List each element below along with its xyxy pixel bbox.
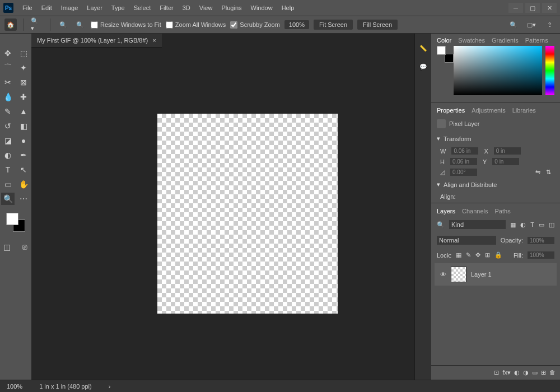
lasso-tool[interactable]: ⌒ [1, 62, 15, 74]
height-input[interactable]: 0.06 in [450, 158, 477, 165]
link-layers-icon[interactable]: ⊡ [494, 369, 499, 376]
brush-tool[interactable]: ✎ [1, 105, 15, 118]
gradient-tool[interactable]: ◪ [1, 134, 15, 147]
canvas[interactable] [157, 114, 338, 314]
tab-paths[interactable]: Paths [495, 208, 511, 214]
share-icon[interactable]: ⇪ [543, 18, 556, 31]
angle-input[interactable]: 0.00° [450, 169, 477, 176]
tab-libraries[interactable]: Libraries [512, 107, 536, 114]
marquee-tool[interactable]: ⬚ [17, 47, 30, 59]
layer-thumbnail[interactable] [451, 267, 466, 282]
maximize-button[interactable]: ▢ [525, 3, 540, 13]
fill-input[interactable]: 100% [528, 251, 554, 259]
filter-kind-icon[interactable]: 🔍 [437, 221, 445, 228]
workspace-icon[interactable]: ▢▾ [525, 18, 538, 31]
width-input[interactable]: 0.06 in [451, 147, 478, 155]
status-zoom[interactable]: 100% [7, 383, 22, 390]
blend-mode-select[interactable]: Normal [437, 236, 496, 245]
hue-slider[interactable] [545, 46, 554, 95]
minimize-button[interactable]: ─ [508, 3, 523, 13]
menu-filter[interactable]: Filter [155, 2, 178, 13]
scrubby-zoom-check[interactable]: Scrubby Zoom [230, 21, 280, 29]
flip-v-icon[interactable]: ⇅ [546, 169, 551, 176]
menu-edit[interactable]: Edit [37, 2, 57, 13]
color-swatches[interactable] [6, 213, 25, 232]
move-tool[interactable]: ✥ [1, 47, 15, 59]
filter-pixel-icon[interactable]: ▦ [510, 221, 516, 228]
zoom-all-check[interactable]: Zoom All Windows [166, 21, 226, 29]
heal-tool[interactable]: ✚ [17, 91, 30, 103]
filter-adjust-icon[interactable]: ◐ [520, 221, 526, 228]
more-tools[interactable]: ⋯ [17, 193, 30, 205]
lock-all-icon[interactable]: 🔒 [494, 251, 502, 259]
tab-properties[interactable]: Properties [437, 107, 465, 114]
menu-type[interactable]: Type [107, 2, 129, 13]
align-section[interactable]: ▾ Align and Distribute [431, 178, 560, 192]
visibility-icon[interactable]: 👁 [440, 271, 446, 278]
zoom-in-icon[interactable]: 🔍 [57, 18, 69, 31]
group-icon[interactable]: ▭ [532, 369, 538, 376]
tab-adjustments[interactable]: Adjustments [472, 107, 506, 114]
quickmask-icon[interactable]: ◫ [0, 241, 13, 253]
new-layer-icon[interactable]: ⊞ [541, 369, 546, 376]
tab-channels[interactable]: Channels [462, 208, 488, 214]
document-tab[interactable]: My First GIF @ 100% (Layer 1, RGB/8#)× [31, 34, 162, 48]
y-input[interactable]: 0 in [492, 158, 519, 165]
kind-select[interactable]: Kind [449, 220, 506, 229]
crop-tool[interactable]: ✂ [1, 76, 15, 88]
zoom-tool[interactable]: 🔍 [1, 193, 15, 205]
adjustment-icon[interactable]: ◑ [523, 369, 529, 376]
filter-smart-icon[interactable]: ◫ [549, 221, 554, 228]
zoom-out-icon[interactable]: 🔍 [74, 18, 86, 31]
eraser-tool[interactable]: ◧ [17, 120, 30, 132]
stamp-tool[interactable]: ▲ [17, 105, 30, 118]
zoom-value[interactable]: 100% [284, 20, 309, 29]
menu-plugins[interactable]: Plugins [217, 2, 246, 13]
resize-windows-check[interactable]: Resize Windows to Fit [91, 21, 161, 29]
x-input[interactable]: 0 in [494, 147, 521, 155]
tab-layers[interactable]: Layers [437, 208, 455, 214]
close-tab-icon[interactable]: × [152, 37, 156, 44]
menu-layer[interactable]: Layer [82, 2, 107, 13]
fit-screen-button[interactable]: Fit Screen [314, 20, 353, 30]
menu-view[interactable]: View [195, 2, 217, 13]
path-tool[interactable]: ↖ [17, 164, 30, 176]
opacity-input[interactable]: 100% [528, 237, 554, 244]
wand-tool[interactable]: ✦ [17, 62, 30, 74]
blur-tool[interactable]: ● [17, 134, 30, 147]
tab-gradients[interactable]: Gradients [492, 37, 519, 44]
hand-tool[interactable]: ✋ [17, 178, 30, 190]
menu-image[interactable]: Image [57, 2, 83, 13]
mask-icon[interactable]: ◐ [514, 369, 520, 376]
color-swatch-mini[interactable] [437, 46, 450, 59]
pen-tool[interactable]: ✒ [17, 149, 30, 161]
dodge-tool[interactable]: ◐ [1, 149, 15, 161]
menu-window[interactable]: Window [246, 2, 277, 13]
screenmode-icon[interactable]: ⎚ [18, 241, 31, 253]
history-brush-tool[interactable]: ↺ [1, 120, 15, 132]
flip-h-icon[interactable]: ⇋ [535, 169, 540, 176]
type-tool[interactable]: T [1, 164, 15, 176]
zoom-tool-icon[interactable]: 🔍 ▾ [31, 18, 43, 31]
ruler-icon[interactable]: 📏 [419, 45, 427, 52]
filter-shape-icon[interactable]: ▭ [539, 221, 544, 228]
color-picker[interactable] [454, 46, 542, 95]
menu-select[interactable]: Select [129, 2, 156, 13]
comment-icon[interactable]: 💬 [419, 63, 427, 71]
fill-screen-button[interactable]: Fill Screen [357, 20, 398, 30]
transform-section[interactable]: ▾ Transform [431, 132, 560, 146]
menu-file[interactable]: File [18, 2, 37, 13]
layer-name-label[interactable]: Layer 1 [471, 271, 492, 278]
eyedropper-tool[interactable]: 💧 [1, 91, 15, 103]
menu-help[interactable]: Help [277, 2, 299, 13]
lock-pos-icon[interactable]: ✥ [475, 251, 480, 259]
tab-color[interactable]: Color [437, 37, 451, 44]
filter-type-icon[interactable]: T [530, 221, 534, 228]
menu-3d[interactable]: 3D [178, 2, 195, 13]
lock-art-icon[interactable]: ⊞ [485, 251, 490, 259]
delete-layer-icon[interactable]: 🗑 [549, 369, 556, 376]
status-chevron-icon[interactable]: › [109, 383, 111, 390]
layer-item[interactable]: 👁 Layer 1 [435, 263, 557, 286]
tab-swatches[interactable]: Swatches [458, 37, 485, 44]
shape-tool[interactable]: ▭ [1, 178, 15, 190]
